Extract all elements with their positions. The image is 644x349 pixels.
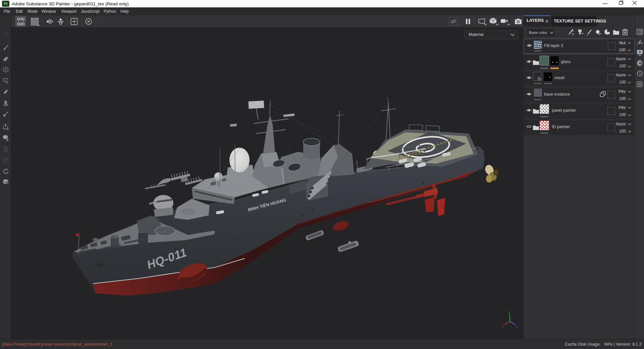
svg-text:z: z (516, 325, 518, 329)
svg-text:y: y (508, 310, 510, 314)
svg-text:x: x (502, 325, 503, 328)
